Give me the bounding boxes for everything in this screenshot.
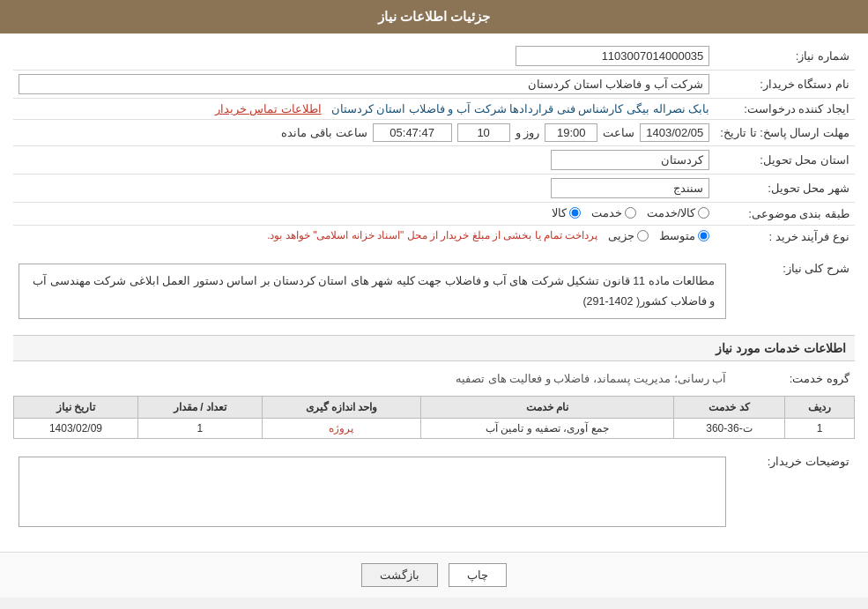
description-table: شرح کلی نیاز: مطالعات ماده 11 قانون تشکی… <box>13 255 855 328</box>
page-container: جزئیات اطلاعات نیاز شماره نیاز: 11030070… <box>0 0 868 598</box>
category-option-kala: کالا <box>552 206 581 219</box>
buyer-org-label: نام دستگاه خریدار: <box>715 71 855 99</box>
button-row: چاپ بازگشت <box>0 552 868 598</box>
service-group-row: گروه خدمت: آب رسانی؛ مدیریت پسماند، فاضل… <box>13 368 855 389</box>
contact-link[interactable]: اطلاعات تماس خریدار <box>215 102 322 115</box>
category-option-kala-khedmat: کالا/خدمت <box>647 206 710 219</box>
cell-date: 1403/02/09 <box>14 419 138 439</box>
description-value: مطالعات ماده 11 قانون تشکیل شرکت های آب … <box>13 255 731 328</box>
buyer-desc-label: توضیحات خریدار: <box>731 448 855 536</box>
grid-col-unit: واحد اندازه گیری <box>262 397 420 419</box>
grid-col-row: ردیف <box>785 397 855 419</box>
need-number-label: شماره نیاز: <box>715 42 855 71</box>
province-label: استان محل تحویل: <box>715 146 855 175</box>
description-row: شرح کلی نیاز: مطالعات ماده 11 قانون تشکی… <box>13 255 855 328</box>
province-value: کردستان <box>13 146 715 175</box>
process-option-jozei: جزیی <box>608 229 649 242</box>
requester-label: ایجاد کننده درخواست: <box>715 99 855 120</box>
deadline-value: 1403/02/05 ساعت 19:00 روز و 10 05:47:47 … <box>13 120 715 146</box>
buyer-desc-table: توضیحات خریدار: <box>13 448 855 536</box>
category-radio-khedmat[interactable] <box>625 207 636 219</box>
category-option-khedmat: خدمت <box>591 206 636 219</box>
requester-value: بابک نصراله بیگی کارشناس فنی قراردادها ش… <box>13 99 715 120</box>
back-button[interactable]: بازگشت <box>361 563 438 587</box>
service-group-label: گروه خدمت: <box>731 368 855 389</box>
cell-qty: 1 <box>137 419 262 439</box>
process-type-options: متوسط جزیی پرداخت تمام یا بخشی از مبلغ خ… <box>13 226 715 249</box>
grid-col-code: کد خدمت <box>673 397 785 419</box>
need-number-row: شماره نیاز: 1103007014000035 <box>13 42 855 71</box>
category-row: طبقه بندی موضوعی: کالا/خدمت خدمت <box>13 203 855 226</box>
buyer-desc-row: توضیحات خریدار: <box>13 448 855 536</box>
response-remaining: 05:47:47 <box>373 123 452 142</box>
category-label-khedmat: خدمت <box>591 206 622 219</box>
process-type-row: نوع فرآیند خرید : متوسط جزیی پرداخت تمام… <box>13 226 855 249</box>
remaining-label: ساعت باقی مانده <box>281 126 367 139</box>
buyer-desc-value <box>13 448 731 536</box>
table-row: 1 ت-36-360 جمع آوری، تصفیه و تامین آب پر… <box>14 419 855 439</box>
process-radio-jozei[interactable] <box>637 230 649 241</box>
service-group-text: آب رسانی؛ مدیریت پسماند، فاضلاب و فعالیت… <box>456 373 726 385</box>
category-label: طبقه بندی موضوعی: <box>715 203 855 226</box>
response-date: 1403/02/05 <box>640 123 709 142</box>
need-number-input: 1103007014000035 <box>516 46 709 66</box>
city-value: سنندج <box>13 175 715 203</box>
province-input: کردستان <box>551 150 709 170</box>
city-input: سنندج <box>551 178 709 198</box>
deadline-row: مهلت ارسال پاسخ: تا تاریخ: 1403/02/05 سا… <box>13 120 855 146</box>
requester-row: ایجاد کننده درخواست: بابک نصراله بیگی کا… <box>13 99 855 120</box>
cell-unit: پروژه <box>262 419 420 439</box>
buyer-org-row: نام دستگاه خریدار: شرکت آب و فاضلاب استا… <box>13 71 855 99</box>
services-grid: ردیف کد خدمت نام خدمت واحد اندازه گیری ت… <box>13 396 855 439</box>
process-note: پرداخت تمام یا بخشی از مبلغ خریدار از مح… <box>267 229 597 241</box>
category-radio-kala[interactable] <box>569 207 581 219</box>
province-row: استان محل تحویل: کردستان <box>13 146 855 175</box>
grid-header-row: ردیف کد خدمت نام خدمت واحد اندازه گیری ت… <box>14 397 855 419</box>
time-label: ساعت <box>603 126 634 139</box>
response-days: 10 <box>457 123 510 142</box>
grid-col-qty: تعداد / مقدار <box>137 397 262 419</box>
need-number-value: 1103007014000035 <box>13 42 715 71</box>
category-label-kala: کالا <box>552 206 567 219</box>
process-label-motavasset: متوسط <box>659 229 695 242</box>
category-label-kala-khedmat: کالا/خدمت <box>647 206 696 219</box>
buyer-desc-box[interactable] <box>19 457 726 527</box>
services-section-header: اطلاعات خدمات مورد نیاز <box>13 335 855 361</box>
page-title: جزئیات اطلاعات نیاز <box>378 9 490 24</box>
buyer-org-input: شرکت آب و فاضلاب استان کردستان <box>19 74 709 94</box>
service-group-table: گروه خدمت: آب رسانی؛ مدیریت پسماند، فاضل… <box>13 368 855 389</box>
days-label: روز و <box>516 126 540 139</box>
response-time: 19:00 <box>545 123 597 142</box>
page-header: جزئیات اطلاعات نیاز <box>0 0 868 33</box>
print-button[interactable]: چاپ <box>449 563 507 587</box>
info-table: شماره نیاز: 1103007014000035 نام دستگاه … <box>13 42 855 248</box>
cell-code: ت-36-360 <box>673 419 785 439</box>
category-radio-kala-khedmat[interactable] <box>698 207 709 219</box>
content-area: شماره نیاز: 1103007014000035 نام دستگاه … <box>0 33 868 552</box>
requester-text: بابک نصراله بیگی کارشناس فنی قراردادها ش… <box>331 102 710 115</box>
grid-col-name: نام خدمت <box>421 397 673 419</box>
buyer-org-value: شرکت آب و فاضلاب استان کردستان <box>13 71 715 99</box>
grid-col-date: تاریخ نیاز <box>14 397 138 419</box>
service-group-value: آب رسانی؛ مدیریت پسماند، فاضلاب و فعالیت… <box>13 368 731 389</box>
process-type-label: نوع فرآیند خرید : <box>715 226 855 249</box>
description-box: مطالعات ماده 11 قانون تشکیل شرکت های آب … <box>19 264 726 319</box>
description-label: شرح کلی نیاز: <box>731 255 855 328</box>
deadline-label: مهلت ارسال پاسخ: تا تاریخ: <box>715 120 855 146</box>
process-radio-motavasset[interactable] <box>698 230 709 241</box>
city-row: شهر محل تحویل: سنندج <box>13 175 855 203</box>
cell-name: جمع آوری، تصفیه و تامین آب <box>421 419 673 439</box>
category-options: کالا/خدمت خدمت کالا <box>13 203 715 226</box>
process-option-motavasset: متوسط <box>659 229 709 242</box>
description-text: مطالعات ماده 11 قانون تشکیل شرکت های آب … <box>30 271 715 311</box>
cell-row: 1 <box>785 419 855 439</box>
city-label: شهر محل تحویل: <box>715 175 855 203</box>
process-label-jozei: جزیی <box>608 229 634 242</box>
